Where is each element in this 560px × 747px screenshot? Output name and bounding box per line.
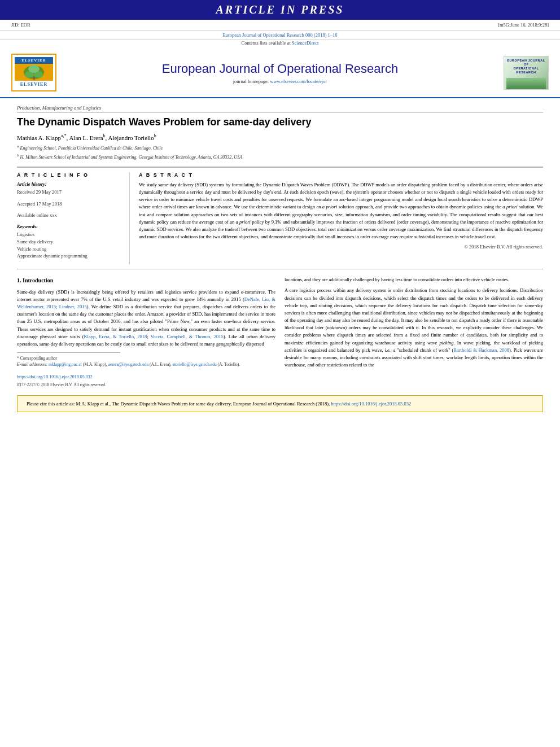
keywords-label: Keywords: (17, 224, 124, 229)
section-1-title: 1. Introduction (17, 276, 275, 285)
elsevier-logo: ELSEVIER ELSEVIER (11, 54, 56, 91)
email-klapp[interactable]: mklapp@ing.puc.cl (49, 362, 82, 367)
citation-doi-link[interactable]: https://doi.org/10.1016/j.ejor.2018.05.0… (331, 401, 411, 407)
journal-homepage: journal homepage: www.elsevier.com/locat… (68, 78, 492, 84)
main-content: Production, Manufacturing and Logistics … (0, 98, 560, 419)
keyword-2: Same-day delivery (17, 239, 53, 244)
body-col-left: 1. Introduction Same-day delivery (SDD) … (17, 276, 275, 388)
abstract-text: We study same-day delivery (SDD) systems… (139, 181, 543, 241)
top-meta-row: JID: EOR [m5G;June 16, 2018;9:28] (0, 20, 560, 30)
homepage-label: journal homepage: (233, 78, 269, 84)
ref-denale[interactable]: DeNale, Liu, & Weldenhamer, 2015 (17, 296, 275, 309)
article-info-abstract-section: A R T I C L E I N F O Article history: R… (17, 167, 543, 269)
jid-label: JID: EOR (11, 22, 30, 28)
author2-sup: b (103, 133, 106, 138)
intro-para-1: Same-day delivery (SDD) is increasingly … (17, 289, 275, 348)
journal-subtitle-link[interactable]: European Journal of Operational Research… (222, 32, 337, 38)
journal-title: European Journal of Operational Research (68, 62, 492, 76)
affiliation-a: Engineering School, Pontificia Universid… (20, 146, 163, 151)
article-info-column: A R T I C L E I N F O Article history: R… (17, 172, 130, 264)
journal-header: ELSEVIER ELSEVIER European Journal of Op… (0, 48, 560, 98)
contents-text: Contents lists available at (242, 40, 292, 46)
ref-klapp2018[interactable]: Klapp, Erera, & Toriello, 2018 (84, 334, 147, 339)
elsevier-logo-top: ELSEVIER (15, 57, 53, 64)
doi-section: https://doi.org/10.1016/j.ejor.2018.05.0… (17, 374, 275, 381)
article-info-heading: A R T I C L E I N F O (17, 172, 124, 178)
aff-sup-a: a (17, 144, 19, 148)
contents-available: Contents lists available at ScienceDirec… (0, 40, 560, 46)
keyword-1: Logistics (17, 231, 34, 237)
body-col-right: locations, and they are additionally cha… (285, 276, 543, 388)
category-label: Production, Manufacturing and Logistics (17, 105, 543, 112)
author3-sup: b (154, 133, 156, 138)
email-toriello[interactable]: atoriello@isye.gatech.edu (173, 362, 217, 367)
elsevier-text: ELSEVIER (15, 81, 53, 88)
article-title: The Dynamic Dispatch Waves Problem for s… (17, 116, 543, 129)
keyword-3: Vehicle routing (17, 246, 46, 252)
author1-name: Mathias A. Klapp (17, 134, 61, 141)
corresponding-label: * Corresponding author (17, 356, 57, 361)
affiliation-b: H. Milton Stewart School of Industrial a… (20, 154, 243, 159)
intro-para-right-2: A core logistics process within any deli… (285, 287, 543, 369)
citation-text: Please cite this article as: M.A. Klapp … (27, 401, 330, 407)
citation-bar: Please cite this article as: M.A. Klapp … (17, 395, 543, 413)
journal-cover-text: EUROPEAN JOURNAL OFOPERATIONALRESEARCH (504, 56, 548, 77)
article-received: Received 29 May 2017 (17, 189, 124, 196)
elsevier-logo-tree (15, 64, 53, 81)
ref-bartholdi[interactable]: Bartholdi & Hackman, 2008 (453, 347, 509, 353)
homepage-url[interactable]: www.elsevier.com/locate/ejor (270, 78, 327, 84)
keywords-list: Logistics Same-day delivery Vehicle rout… (17, 231, 124, 260)
footnote-corresponding: * Corresponding author (17, 355, 275, 361)
article-accepted: Accepted 17 May 2018 (17, 200, 124, 208)
body-content: 1. Introduction Same-day delivery (SDD) … (17, 276, 543, 388)
email-label: E-mail addresses: (17, 362, 47, 367)
keyword-4: Approximate dynamic programming (17, 253, 88, 259)
email-erera[interactable]: aerera@isye.gatech.edu (108, 362, 148, 367)
footnote-emails: E-mail addresses: mklapp@ing.puc.cl (M.A… (17, 361, 275, 368)
ref-voccia[interactable]: Voccia, Campbell, & Thomas, 2015 (151, 334, 224, 339)
journal-cover-image: EUROPEAN JOURNAL OFOPERATIONALRESEARCH (504, 56, 549, 90)
article-available: Available online xxx (17, 212, 124, 219)
authors-line: Mathias A. Klappa,*, Alan L. Ererab, Ale… (17, 133, 543, 141)
svg-rect-4 (33, 77, 35, 80)
cover-graphic (506, 78, 546, 89)
ref-lindner[interactable]: Lindner, 2015 (59, 304, 87, 309)
doi-link[interactable]: https://doi.org/10.1016/j.ejor.2018.05.0… (17, 374, 93, 379)
sciencedirect-link[interactable]: ScienceDirect (292, 40, 319, 46)
article-history-label: Article history: (17, 181, 124, 187)
section-title-text: Introduction (23, 277, 53, 283)
banner-text: ARTICLE IN PRESS (216, 3, 344, 16)
date-label: [m5G;June 16, 2018;9:28] (498, 22, 549, 28)
article-in-press-banner: ARTICLE IN PRESS (0, 0, 560, 20)
doi-copyright: 0377-2217/© 2018 Elsevier B.V. All right… (17, 382, 275, 388)
aff-sup-b: b (17, 153, 19, 158)
abstract-column: A B S T R A C T We study same-day delive… (139, 172, 543, 264)
abstract-heading: A B S T R A C T (139, 172, 543, 178)
author2-name: Alan L. Erera (69, 134, 103, 141)
intro-para-right-1: locations, and they are additionally cha… (285, 276, 543, 283)
journal-title-center: European Journal of Operational Research… (56, 62, 504, 84)
journal-subtitle: European Journal of Operational Research… (0, 30, 560, 40)
footnote-divider (17, 352, 120, 353)
affiliations: a Engineering School, Pontificia Univers… (17, 143, 543, 161)
svg-point-3 (28, 65, 40, 73)
author3-name: Alejandro Toriello (108, 134, 154, 141)
copyright-line: © 2018 Elsevier B.V. All rights reserved… (139, 244, 543, 250)
section-num: 1. (17, 277, 21, 283)
